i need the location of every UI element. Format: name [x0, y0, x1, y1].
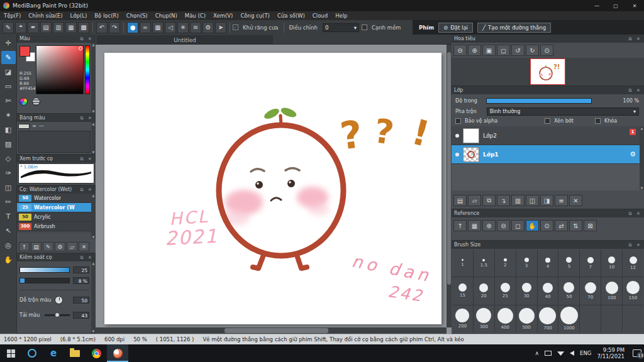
slider-knob[interactable]	[55, 312, 60, 317]
ref-lock-icon[interactable]: ⊠	[584, 220, 597, 231]
panel-scrollbar[interactable]: ▲ ▼	[91, 261, 96, 333]
draw-line-button[interactable]: ╱ Tạo một đường thẳng	[477, 23, 551, 33]
clock[interactable]: 9:59 PM 7/11/2021	[597, 347, 625, 359]
menu-item[interactable]: Lớp(L)	[67, 13, 91, 19]
medibang-taskbar-button[interactable]	[107, 344, 128, 362]
brush-item[interactable]: 300Airbrush	[17, 222, 91, 231]
pen-icon[interactable]: ✒	[28, 22, 39, 33]
maximize-button[interactable]: ▢	[606, 0, 625, 11]
new-layer-icon[interactable]: ▤	[453, 195, 467, 206]
ref-image-icon[interactable]: ▦	[468, 220, 481, 231]
pages-icon[interactable]: ▥	[53, 22, 64, 33]
brush-size-option[interactable]: 10	[601, 250, 622, 277]
operation-tool[interactable]: ↖	[1, 224, 16, 238]
menu-item[interactable]: Chỉnh sửa(E)	[25, 13, 66, 19]
canvas-viewport[interactable]: ? ? ! HCL 2021 no dan 242	[96, 45, 447, 327]
panel-close-icon[interactable]: ✕	[87, 187, 93, 192]
brush-size-option[interactable]: 40	[538, 277, 558, 304]
edit-brush-icon[interactable]: ✎	[43, 242, 53, 251]
brush-size-option[interactable]: 1.5	[474, 250, 494, 277]
brush-item[interactable]: 50Watercolor	[17, 194, 91, 203]
brush-size-option[interactable]: 4	[538, 250, 558, 277]
bucket-tool[interactable]: ◧	[1, 123, 16, 136]
reset-view-icon[interactable]: ⊙	[540, 45, 553, 56]
brush-settings-icon[interactable]: ⚙	[55, 242, 65, 251]
brush-size-option[interactable]: 700	[538, 305, 558, 332]
transfer-layer-icon[interactable]: ↴	[497, 195, 510, 206]
color-wheel-button[interactable]	[19, 97, 28, 106]
scroll-up-icon[interactable]: ▲	[92, 122, 95, 126]
brush-size-option[interactable]: 12	[623, 250, 643, 277]
layer-settings-icon[interactable]: ⚙	[630, 150, 636, 158]
palette-minus-icon[interactable]: —	[39, 123, 44, 129]
foreground-background-swatch[interactable]	[19, 45, 38, 64]
brush-opacity-slider[interactable]	[19, 278, 70, 283]
control-pen-tool[interactable]: ✏	[1, 195, 16, 209]
scroll-down-icon[interactable]: ▼	[92, 150, 95, 154]
duplicate-layer-icon[interactable]: ⧉	[482, 195, 496, 206]
color-sliders-button[interactable]	[32, 97, 40, 106]
vertical-scrollbar[interactable]	[447, 45, 452, 327]
fit-window-icon[interactable]: ▣	[482, 45, 496, 56]
scroll-up-icon[interactable]: ▲	[92, 194, 95, 197]
new-folder-icon[interactable]: ▱	[468, 195, 481, 206]
ref-zoom-in-icon[interactable]: ⊕	[482, 220, 496, 231]
chrome-taskbar-button[interactable]	[86, 344, 107, 362]
vanish-point-icon[interactable]: ➤	[215, 22, 226, 33]
load-value[interactable]: 43	[73, 312, 89, 319]
combine-layer-icon[interactable]: ◫	[526, 195, 539, 206]
brush-size-value[interactable]: 25	[73, 266, 89, 273]
brush-size-option[interactable]: 25	[495, 277, 516, 304]
brush-size-option[interactable]: 150	[623, 277, 643, 304]
saturation-value-picker[interactable]	[36, 45, 84, 94]
grid-snap-icon[interactable]: ▦	[152, 22, 164, 33]
menu-item[interactable]: Bộ lọc(R)	[91, 13, 123, 19]
language-indicator[interactable]: ENG	[580, 350, 591, 356]
panel-float-icon[interactable]: ⧉	[627, 211, 633, 216]
panel-close-icon[interactable]: ✕	[87, 156, 93, 162]
gradient-tool[interactable]: ▨	[1, 138, 16, 151]
hue-slider[interactable]	[85, 45, 90, 94]
menu-item[interactable]: Màu (C)	[181, 13, 209, 19]
antialias-checkbox[interactable]: ✓	[233, 25, 238, 30]
scrollbar-thumb[interactable]	[447, 52, 451, 285]
brush-tool[interactable]: ✎	[1, 51, 16, 64]
move-tool[interactable]: ✛	[1, 36, 16, 50]
protect-alpha-option[interactable]: Bảo vệ alpha	[455, 118, 497, 124]
ref-flip-h-icon[interactable]: ⇄	[555, 220, 568, 231]
action-center-icon[interactable]: 13	[633, 349, 641, 357]
display-tray-icon[interactable]	[545, 351, 552, 356]
magic-wand-tool[interactable]: ✶	[1, 109, 16, 122]
panel-close-icon[interactable]: ✕	[87, 36, 93, 41]
blend-mode-select[interactable]: Bình thường ▾	[487, 107, 639, 116]
menu-item[interactable]: Tệp(F)	[0, 13, 25, 19]
brush-size-slider[interactable]	[19, 267, 70, 273]
brush-size-option[interactable]: 5	[558, 250, 579, 277]
visibility-dot[interactable]	[455, 153, 459, 156]
panel-float-icon[interactable]: ⧉	[79, 116, 85, 121]
lock-option[interactable]: Khóa	[595, 118, 617, 124]
lasso-tool[interactable]: ✄	[1, 94, 16, 107]
ref-flip-v-icon[interactable]: ⇅	[569, 220, 582, 231]
ref-add-icon[interactable]: ↑	[453, 220, 467, 231]
volume-tray-icon[interactable]	[570, 351, 574, 356]
palette-menu-icon[interactable]: ≡	[32, 123, 36, 129]
brush-size-option[interactable]: 70	[580, 277, 601, 304]
brush-size-option[interactable]: 1000	[558, 305, 579, 332]
brush-size-option[interactable]: 1	[452, 250, 473, 277]
scroll-up-icon[interactable]: ▲	[92, 43, 95, 47]
zoom-in-icon[interactable]: ⊕	[468, 45, 481, 56]
merge-layer-icon[interactable]: ▥	[511, 195, 525, 206]
scroll-down-icon[interactable]: ▼	[92, 329, 95, 333]
panel-scrollbar[interactable]: ▲ ▼	[91, 43, 96, 113]
ref-zoom-out-icon[interactable]: ⊖	[497, 220, 510, 231]
lock-checkbox[interactable]	[595, 118, 601, 124]
blend-value[interactable]: 50	[73, 297, 89, 304]
menu-item[interactable]: Cửa sổ(W)	[274, 13, 309, 19]
text-tool[interactable]: T	[1, 210, 16, 223]
brush-size-option[interactable]: 15	[452, 277, 473, 304]
delete-layer-icon[interactable]: ✕	[569, 195, 582, 206]
foreground-color-swatch[interactable]	[19, 46, 30, 57]
comment-icon[interactable]: ❝	[15, 22, 26, 33]
brush-size-option[interactable]: 2	[495, 250, 516, 277]
